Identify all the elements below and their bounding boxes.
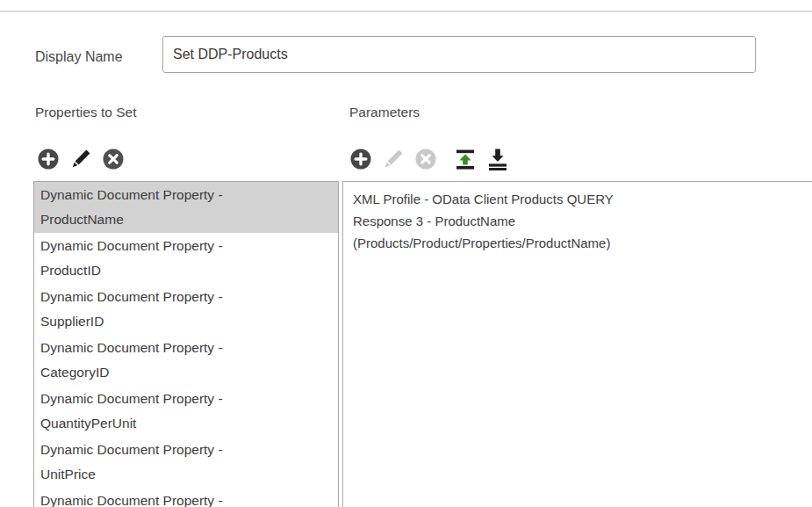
- edit-parameter-button[interactable]: [382, 148, 405, 170]
- properties-to-set-title: Properties to Set: [35, 105, 136, 120]
- parameters-title: Parameters: [349, 105, 420, 120]
- add-parameter-button[interactable]: [349, 148, 372, 170]
- property-item-label: Dynamic Document Property - SupplierID: [40, 285, 247, 334]
- edit-property-button[interactable]: [69, 148, 92, 170]
- move-parameter-to-bottom-button[interactable]: [486, 148, 509, 170]
- arrow-down-over-bars-icon: [486, 148, 509, 170]
- display-name-label: Display Name: [35, 49, 123, 65]
- property-item-label: Dynamic Document Property - CategoryID: [40, 336, 247, 385]
- parameter-item-label: XML Profile - OData Client Products QUER…: [353, 188, 660, 254]
- property-item-supplierid[interactable]: Dynamic Document Property - SupplierID: [34, 284, 338, 335]
- property-item-productname[interactable]: Dynamic Document Property - ProductName: [34, 182, 338, 233]
- property-item-categoryid[interactable]: Dynamic Document Property - CategoryID: [34, 335, 338, 386]
- property-item-partial[interactable]: Dynamic Document Property -: [34, 488, 338, 507]
- property-item-label: Dynamic Document Property - UnitPrice: [40, 438, 247, 487]
- property-item-label: Dynamic Document Property - QuantityPerU…: [40, 387, 247, 436]
- parameters-toolbar: [349, 148, 509, 170]
- plus-circle-icon: [37, 148, 60, 170]
- property-item-quantityperunit[interactable]: Dynamic Document Property - QuantityPerU…: [34, 386, 338, 437]
- add-property-button[interactable]: [37, 148, 60, 170]
- pencil-disabled-icon: [382, 148, 405, 170]
- properties-toolbar: [37, 148, 125, 170]
- property-item-label: Dynamic Document Property - ProductName: [40, 183, 247, 232]
- pencil-icon: [69, 148, 92, 170]
- delete-property-button[interactable]: [102, 148, 125, 170]
- top-divider: [0, 11, 812, 12]
- arrow-up-between-bars-icon: [454, 148, 477, 170]
- properties-to-set-list: Dynamic Document Property - ProductName …: [33, 181, 339, 507]
- x-circle-icon: [102, 148, 125, 170]
- plus-circle-icon: [349, 148, 372, 170]
- parameter-item[interactable]: XML Profile - OData Client Products QUER…: [343, 182, 812, 260]
- x-circle-disabled-icon: [414, 148, 437, 170]
- set-properties-panel: Display Name Properties to Set Parameter…: [0, 0, 812, 507]
- property-item-label: Dynamic Document Property - ProductID: [40, 234, 247, 283]
- property-item-unitprice[interactable]: Dynamic Document Property - UnitPrice: [34, 437, 338, 488]
- delete-parameter-button[interactable]: [414, 148, 437, 170]
- display-name-input[interactable]: [162, 36, 756, 73]
- property-item-productid[interactable]: Dynamic Document Property - ProductID: [34, 233, 338, 284]
- move-parameter-to-top-button[interactable]: [454, 148, 477, 170]
- property-item-label: Dynamic Document Property -: [40, 489, 247, 507]
- parameters-list: XML Profile - OData Client Products QUER…: [342, 181, 812, 507]
